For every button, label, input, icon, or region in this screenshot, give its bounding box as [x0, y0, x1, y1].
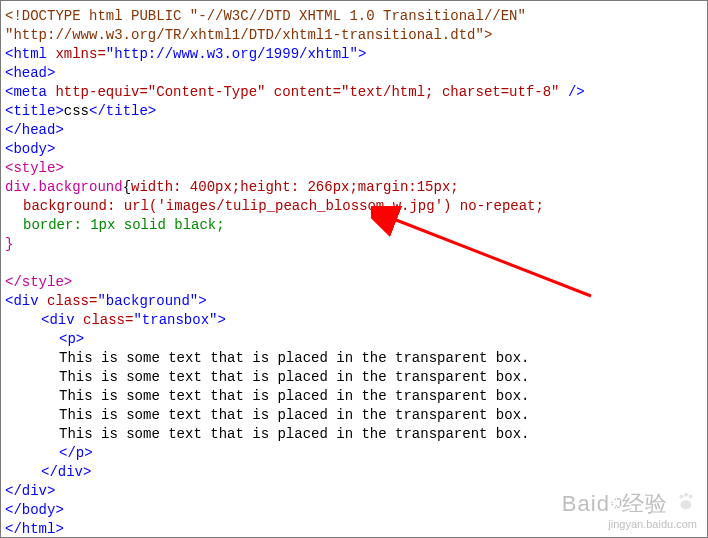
html-tag: <html	[5, 46, 47, 62]
div-trans-open: <div class="transbox">	[5, 311, 703, 330]
brace-open: {	[123, 179, 131, 195]
div-bg-close: </div>	[5, 482, 703, 501]
head-close: </head>	[5, 121, 703, 140]
css-rule-2: background: url('images/tulip_peach_blos…	[5, 197, 703, 216]
title-open: <title>	[5, 103, 64, 119]
doctype-line-1: <!DOCTYPE html PUBLIC "-//W3C//DTD XHTML…	[5, 7, 703, 26]
xmlns-attr: xmlns=	[47, 46, 106, 62]
div-tag: <div	[5, 293, 39, 309]
meta-line: <meta http-equiv="Content-Type" content=…	[5, 83, 703, 102]
div-bg-open: <div class="background">	[5, 292, 703, 311]
xmlns-val: "http://www.w3.org/1999/xhtml"	[106, 46, 358, 62]
class-trans-val: "transbox"	[133, 312, 217, 328]
style-close: </style>	[5, 273, 703, 292]
class-attr: class=	[75, 312, 134, 328]
blank-line-1	[5, 254, 703, 273]
para-1: This is some text that is placed in the …	[5, 349, 703, 368]
div-tag-end: >	[198, 293, 206, 309]
title-line: <title>css</title>	[5, 102, 703, 121]
p-open: <p>	[5, 330, 703, 349]
para-3: This is some text that is placed in the …	[5, 387, 703, 406]
html-tag-end: >	[358, 46, 366, 62]
body-open: <body>	[5, 140, 703, 159]
code-screenshot: <!DOCTYPE html PUBLIC "-//W3C//DTD XHTML…	[0, 0, 708, 538]
meta-close: />	[568, 84, 585, 100]
html-open: <html xmlns="http://www.w3.org/1999/xhtm…	[5, 45, 703, 64]
para-4: This is some text that is placed in the …	[5, 406, 703, 425]
head-open: <head>	[5, 64, 703, 83]
class-attr: class=	[39, 293, 98, 309]
meta-attrs: http-equiv="Content-Type" content="text/…	[47, 84, 568, 100]
div-trans-close: </div>	[5, 463, 703, 482]
div-tag-end: >	[217, 312, 225, 328]
meta-open: <meta	[5, 84, 47, 100]
css-rule-line-1: div.background{width: 400px;height: 266p…	[5, 178, 703, 197]
doctype-line-2: "http://www.w3.org/TR/xhtml1/DTD/xhtml1-…	[5, 26, 703, 45]
css-selector: div.background	[5, 179, 123, 195]
p-close: </p>	[5, 444, 703, 463]
para-5: This is some text that is placed in the …	[5, 425, 703, 444]
class-bg-val: "background"	[97, 293, 198, 309]
title-text: css	[64, 103, 89, 119]
body-close: </body>	[5, 501, 703, 520]
div-tag: <div	[41, 312, 75, 328]
css-rule-1: width: 400px;height: 266px;margin:15px;	[131, 179, 459, 195]
para-2: This is some text that is placed in the …	[5, 368, 703, 387]
css-rule-3: border: 1px solid black;	[5, 216, 703, 235]
brace-close: }	[5, 235, 703, 254]
style-open: <style>	[5, 159, 703, 178]
html-close: </html>	[5, 520, 703, 538]
title-close: </title>	[89, 103, 156, 119]
